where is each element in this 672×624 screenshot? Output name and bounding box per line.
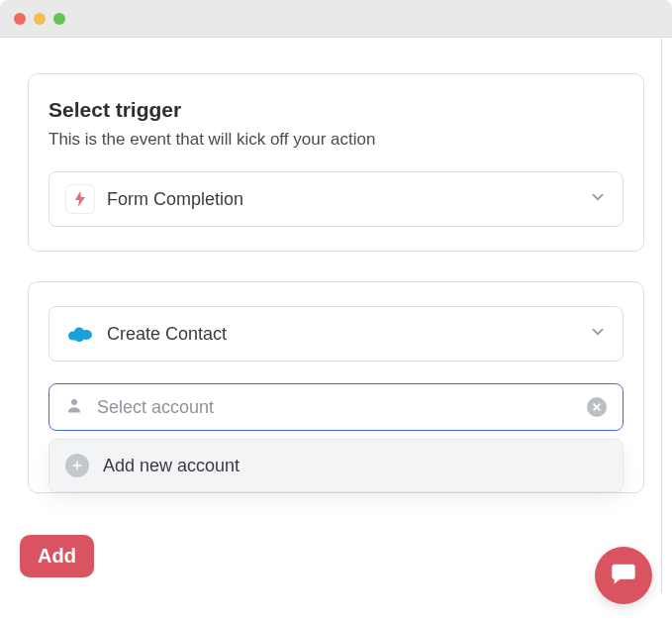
trigger-selected-label: Form Completion <box>107 189 577 210</box>
window-titlebar <box>0 0 672 38</box>
plus-icon <box>65 454 89 477</box>
trigger-select[interactable]: Form Completion <box>48 171 624 227</box>
add-button[interactable]: Add <box>20 535 94 577</box>
add-new-account-label: Add new account <box>103 456 240 476</box>
chevron-down-icon <box>589 188 607 210</box>
close-window-dot[interactable] <box>14 13 26 25</box>
add-new-account-item[interactable]: Add new account <box>49 440 623 491</box>
account-input[interactable] <box>97 397 573 418</box>
trigger-description: This is the event that will kick off you… <box>48 130 624 150</box>
svg-point-4 <box>71 399 77 405</box>
trigger-card: Select trigger This is the event that wi… <box>28 73 644 252</box>
person-icon <box>65 396 83 418</box>
salesforce-icon <box>65 319 95 349</box>
trigger-title: Select trigger <box>48 98 624 122</box>
action-selected-label: Create Contact <box>107 324 577 345</box>
maximize-window-dot[interactable] <box>53 13 65 25</box>
flash-icon <box>65 184 95 214</box>
chat-icon <box>610 560 637 591</box>
minimize-window-dot[interactable] <box>34 13 46 25</box>
clear-icon[interactable] <box>587 397 607 417</box>
account-select-input-row[interactable] <box>48 383 624 431</box>
svg-point-3 <box>74 334 84 342</box>
account-dropdown: Add new account <box>48 439 624 492</box>
chevron-down-icon <box>589 323 607 345</box>
chat-fab[interactable] <box>595 547 652 604</box>
main-content: Select trigger This is the event that wi… <box>0 38 672 493</box>
action-card: Create Contact Add new account <box>28 281 644 493</box>
action-select[interactable]: Create Contact <box>48 306 624 362</box>
